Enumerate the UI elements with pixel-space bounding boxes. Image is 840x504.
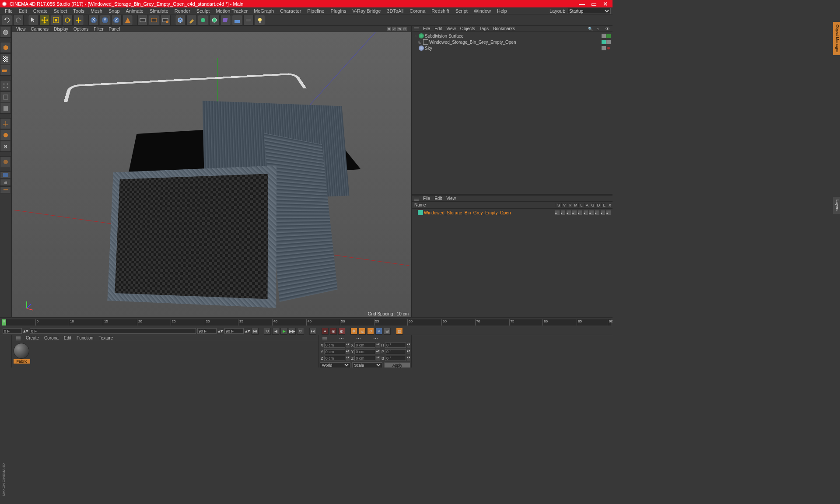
make-editable-button[interactable] xyxy=(0,27,11,38)
om-eye-icon[interactable]: 👁 xyxy=(606,27,610,31)
move-tool[interactable] xyxy=(39,15,50,25)
record-button[interactable]: ● xyxy=(322,328,329,335)
menu-tools[interactable]: Tools xyxy=(70,8,88,14)
pen-tool-button[interactable] xyxy=(186,15,197,25)
autokey-button[interactable]: ◉ xyxy=(330,328,337,335)
panel-grip-icon[interactable] xyxy=(322,337,327,341)
axis-x-button[interactable]: X xyxy=(88,15,99,25)
coord-rot-h[interactable] xyxy=(385,343,406,348)
menu-plugins[interactable]: Plugins xyxy=(327,8,349,14)
om-menu-bookmarks[interactable]: Bookmarks xyxy=(493,26,515,31)
vis-tag[interactable] xyxy=(606,40,611,44)
take-label[interactable]: Windowed_Storage_Bin_Grey_Empty_Open xyxy=(424,210,555,215)
takes-tree[interactable]: Windowed_Storage_Bin_Grey_Empty_Open ▪ ▪… xyxy=(412,209,612,317)
tree-row-subdiv[interactable]: − Subdivision Surface xyxy=(413,33,612,39)
tree-row-object[interactable]: ⊞ Windowed_Storage_Bin_Grey_Empty_Open xyxy=(413,39,612,45)
expand-toggle[interactable]: − xyxy=(413,34,418,38)
menu-3dtoall[interactable]: 3DToAll xyxy=(384,8,406,14)
coord-size-x[interactable] xyxy=(354,343,375,348)
vp-menu-cameras[interactable]: Cameras xyxy=(31,27,49,32)
menu-snap[interactable]: Snap xyxy=(105,8,123,14)
om-search-icon[interactable]: 🔍 xyxy=(588,27,592,31)
menu-sculpt[interactable]: Sculpt xyxy=(193,8,213,14)
render-view-button[interactable] xyxy=(137,15,148,25)
key-scale-button[interactable]: ◱ xyxy=(359,328,366,335)
material-item[interactable]: Fabric xyxy=(14,343,30,364)
takes-col-x[interactable]: X xyxy=(607,203,612,207)
menu-render[interactable]: Render xyxy=(172,8,193,14)
expand-toggle[interactable]: ⊞ xyxy=(418,40,422,44)
prev-key-button[interactable]: ⟲ xyxy=(264,328,271,335)
mat-menu-edit[interactable]: Edit xyxy=(64,336,71,340)
environment-button[interactable] xyxy=(232,15,242,25)
vp-menu-panel[interactable]: Panel xyxy=(109,27,120,32)
takes-col-d[interactable]: D xyxy=(595,203,601,207)
vp-menu-options[interactable]: Options xyxy=(74,27,88,32)
coord-system-button[interactable] xyxy=(122,15,133,25)
scale-tool[interactable] xyxy=(51,15,61,25)
om-menu-objects[interactable]: Objects xyxy=(460,26,475,31)
axis-y-button[interactable]: Y xyxy=(100,15,110,25)
axis-z-button[interactable]: Z xyxy=(111,15,122,25)
vis-tag[interactable] xyxy=(602,46,606,50)
takes-col-m[interactable]: M xyxy=(573,203,578,207)
menu-create[interactable]: Create xyxy=(30,8,51,14)
next-frame-button[interactable]: ▶▶ xyxy=(289,328,296,335)
select-tool[interactable] xyxy=(28,15,38,25)
tree-row-sky[interactable]: Sky xyxy=(413,45,612,51)
menu-mograph[interactable]: MoGraph xyxy=(251,8,277,14)
timeline-window-button[interactable]: ▤ xyxy=(396,328,403,335)
take-flag[interactable]: ▪ xyxy=(567,210,571,215)
takes-col-s[interactable]: S xyxy=(556,203,561,207)
menu-edit[interactable]: Edit xyxy=(16,8,30,14)
misc-button[interactable] xyxy=(0,186,11,193)
rotate-tool[interactable] xyxy=(62,15,73,25)
takes-col-r[interactable]: R xyxy=(567,203,573,207)
om-menu-tags[interactable]: Tags xyxy=(480,26,489,31)
lock-button[interactable] xyxy=(0,179,11,186)
om-menu-view[interactable]: View xyxy=(446,26,456,31)
dot-tag[interactable] xyxy=(607,47,610,49)
take-flag[interactable]: ▪ xyxy=(578,210,582,215)
vp-menu-filter[interactable]: Filter xyxy=(94,27,103,32)
takes-col-a[interactable]: A xyxy=(584,203,590,207)
coord-space-dropdown[interactable]: World xyxy=(320,362,350,368)
menu-motiontracker[interactable]: Motion Tracker xyxy=(213,8,251,14)
vis-tag[interactable] xyxy=(602,34,606,38)
vp-nav-layout-icon[interactable]: ⊞ xyxy=(402,27,407,31)
axis-gizmo[interactable] xyxy=(22,300,35,313)
render-pv-button[interactable] xyxy=(149,15,159,25)
tk-menu-edit[interactable]: Edit xyxy=(434,196,442,201)
redo-button[interactable] xyxy=(13,15,24,25)
undo-button[interactable] xyxy=(2,15,12,25)
menu-window[interactable]: Window xyxy=(471,8,494,14)
panel-grip-icon[interactable] xyxy=(414,27,419,31)
mat-menu-corona[interactable]: Corona xyxy=(44,336,59,340)
coord-apply-button[interactable]: Apply xyxy=(384,362,410,368)
take-flag[interactable]: ▪ xyxy=(595,210,599,215)
workplane-button[interactable] xyxy=(0,65,11,76)
take-flag[interactable]: ▪ xyxy=(589,210,594,215)
edge-mode-button[interactable] xyxy=(0,91,11,102)
coord-pos-z[interactable] xyxy=(324,356,345,361)
timeline-track[interactable]: 0 5 10 15 20 25 30 35 40 45 50 55 60 65 … xyxy=(2,319,611,326)
key-sel-button[interactable]: ◐ xyxy=(338,328,345,335)
menu-vray[interactable]: V-Ray Bridge xyxy=(350,8,384,14)
layout-dropdown[interactable]: Startup xyxy=(567,8,611,14)
generator-button[interactable] xyxy=(209,15,220,25)
subdiv-button[interactable] xyxy=(198,15,208,25)
menu-mesh[interactable]: Mesh xyxy=(88,8,105,14)
coord-rot-b[interactable] xyxy=(385,356,406,361)
layer-color-icon[interactable] xyxy=(418,210,423,215)
menu-pipeline[interactable]: Pipeline xyxy=(304,8,327,14)
tweak-button[interactable] xyxy=(0,172,11,178)
tree-item-label[interactable]: Subdivision Surface xyxy=(425,34,602,38)
model-mode-button[interactable] xyxy=(0,42,11,53)
timeline-ruler[interactable]: 0 5 10 15 20 25 30 35 40 45 50 55 60 65 … xyxy=(0,317,612,327)
vp-menu-display[interactable]: Display xyxy=(54,27,68,32)
viewport-canvas[interactable]: Grid Spacing : 10 cm xyxy=(12,32,411,317)
takes-name-header[interactable]: Name xyxy=(412,203,556,207)
texture-mode-button[interactable] xyxy=(0,53,11,64)
lastused-tool[interactable] xyxy=(74,15,84,25)
menu-animate[interactable]: Animate xyxy=(123,8,147,14)
